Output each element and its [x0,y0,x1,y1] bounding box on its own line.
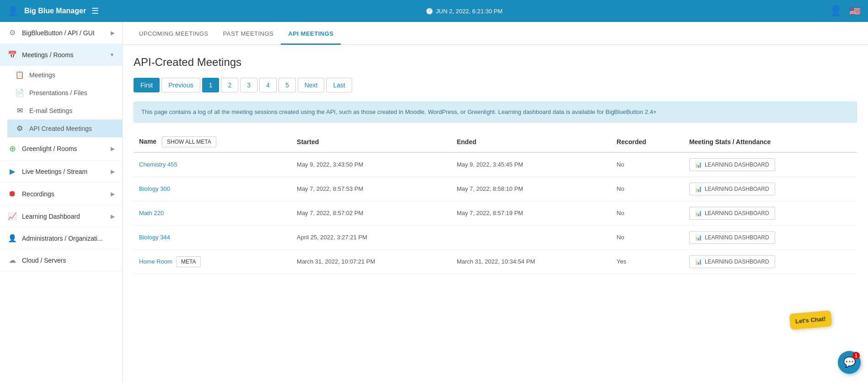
show-all-meta-button[interactable]: SHOW ALL META [162,136,216,147]
calendar-icon: 📅 [7,50,17,59]
chart-icon: 📈 [7,212,17,221]
record-icon: ⏺ [7,189,17,199]
meeting-name-link[interactable]: Math 220 [139,210,164,216]
main-layout: ⚙ BigBlueButton / API / GUI ▶ 📅 Meetings… [0,22,868,383]
cell-ended: May 7, 2022, 8:57:19 PM [451,201,611,225]
page-btn-5[interactable]: 5 [279,78,296,92]
col-header-ended: Ended [451,132,611,152]
chart-bar-icon: 📊 [695,210,702,216]
page-title: API-Created Meetings [134,56,857,69]
file-icon: 📄 [15,88,25,97]
chart-bar-icon: 📊 [695,259,702,265]
page-btn-next[interactable]: Next [298,78,325,92]
sidebar-item-email-settings[interactable]: ✉ E-mail Settings [7,102,122,119]
meeting-name-link[interactable]: Biology 300 [139,185,170,192]
top-nav-right: 👤 🇺🇸 [830,5,861,17]
cell-stats: 📊 LEARNING DASHBOARD [684,225,857,249]
sidebar-item-live-meetings[interactable]: ▶ Live Meetings / Stream ▶ [0,161,122,183]
cell-started: May 7, 2022, 8:57:53 PM [291,177,451,201]
meeting-name-link[interactable]: Home Room [139,258,172,265]
clock-icon: 🕐 [426,8,433,15]
cell-stats: 📊 LEARNING DASHBOARD [684,152,857,177]
app-brand: Big Blue Manager [24,7,86,15]
sidebar-item-presentations[interactable]: 📄 Presentations / Files [7,84,122,102]
chat-circle-button[interactable]: 💬 1 [838,351,861,374]
col-header-started: Started [291,132,451,152]
page-btn-previous[interactable]: Previous [161,78,200,92]
tab-past-meetings[interactable]: PAST MEETINGS [216,24,281,45]
chevron-right-icon: ▶ [111,146,115,152]
list-icon: 📋 [15,70,25,79]
datetime-label: JUN 2, 2022, 6:21:30 PM [436,8,503,15]
meeting-name-link[interactable]: Biology 344 [139,234,170,241]
play-icon: ▶ [7,167,17,176]
sidebar-item-meetings-rooms[interactable]: 📅 Meetings / Rooms ▼ [0,44,122,66]
tabs-bar: UPCOMING MEETINGS PAST MEETINGS API MEET… [123,22,868,45]
cell-recorded: No [611,177,684,201]
email-icon: ✉ [15,106,25,115]
cell-recorded: Yes [611,249,684,274]
sidebar-item-api-created[interactable]: ⚙ API Created Meetings [7,119,122,137]
page-content: API-Created Meetings First Previous 1 2 … [123,45,868,383]
gear-icon: ⚙ [7,28,17,37]
learning-dashboard-button[interactable]: 📊 LEARNING DASHBOARD [689,183,775,195]
cell-recorded: No [611,225,684,249]
learning-dashboard-button[interactable]: 📊 LEARNING DASHBOARD [689,158,775,171]
page-btn-4[interactable]: 4 [259,78,277,92]
sidebar-item-label: Meetings [29,71,115,79]
sidebar: ⚙ BigBlueButton / API / GUI ▶ 📅 Meetings… [0,22,123,383]
table-row: Biology 344April 25, 2022, 3:27:21 PMNo📊… [134,225,857,249]
sidebar-item-label: API Created Meetings [29,125,115,132]
cell-recorded: No [611,152,684,177]
page-btn-1[interactable]: 1 [202,78,220,92]
settings-icon: ⚙ [15,124,25,133]
cell-started: April 25, 2022, 3:27:21 PM [291,225,451,249]
sidebar-item-bigbluebutton[interactable]: ⚙ BigBlueButton / API / GUI ▶ [0,22,122,44]
pagination: First Previous 1 2 3 4 5 Next Last [134,78,857,92]
meeting-name-link[interactable]: Chemistry 455 [139,161,177,168]
flag-icon[interactable]: 🇺🇸 [849,5,861,16]
learning-dashboard-button[interactable]: 📊 LEARNING DASHBOARD [689,231,775,244]
cell-name: Math 220 [134,201,291,225]
sidebar-item-meetings[interactable]: 📋 Meetings [7,66,122,84]
sidebar-item-label: Cloud / Servers [22,257,115,264]
top-nav-datetime: 🕐 JUN 2, 2022, 6:21:30 PM [426,8,503,15]
sidebar-item-greenlight[interactable]: ⊕ Greenlight / Rooms ▶ [0,137,122,161]
cell-name: Chemistry 455 [134,152,291,177]
sidebar-item-label: Learning Dashboard [22,213,106,220]
page-btn-last[interactable]: Last [326,78,352,92]
tab-api-meetings[interactable]: API MEETINGS [281,24,341,45]
user-account-icon[interactable]: 👤 [830,5,842,17]
col-header-stats: Meeting Stats / Attendance [684,132,857,152]
cell-name: Biology 300 [134,177,291,201]
tab-upcoming-meetings[interactable]: UPCOMING MEETINGS [132,24,216,45]
sidebar-item-label: Meetings / Rooms [22,51,105,59]
meta-button[interactable]: META [176,256,201,267]
page-btn-2[interactable]: 2 [221,78,238,92]
page-btn-3[interactable]: 3 [240,78,257,92]
sidebar-item-learning-dashboard[interactable]: 📈 Learning Dashboard ▶ [0,205,122,227]
sidebar-item-administrators[interactable]: 👤 Administrators / Organizati... [0,227,122,249]
sidebar-item-label: Live Meetings / Stream [22,168,106,175]
sidebar-item-label: Presentations / Files [29,89,115,97]
sidebar-item-label: Greenlight / Rooms [22,145,106,152]
cell-stats: 📊 LEARNING DASHBOARD [684,177,857,201]
sidebar-item-label: BigBlueButton / API / GUI [22,29,106,37]
chart-bar-icon: 📊 [695,162,702,168]
info-alert: This page contains a log of all the meet… [134,102,857,123]
sidebar-item-cloud[interactable]: ☁ Cloud / Servers [0,249,122,271]
cell-started: May 9, 2022, 3:43:50 PM [291,152,451,177]
hamburger-icon[interactable]: ☰ [91,6,99,16]
top-nav: 👤 Big Blue Manager ☰ 🕐 JUN 2, 2022, 6:21… [0,0,868,22]
page-btn-first[interactable]: First [134,78,160,92]
chart-bar-icon: 📊 [695,186,702,192]
main-content: UPCOMING MEETINGS PAST MEETINGS API MEET… [123,22,868,383]
sidebar-item-recordings[interactable]: ⏺ Recordings ▶ [0,183,122,205]
learning-dashboard-button[interactable]: 📊 LEARNING DASHBOARD [689,255,775,268]
person-icon: 👤 [7,5,19,16]
cell-stats: 📊 LEARNING DASHBOARD [684,249,857,274]
cell-stats: 📊 LEARNING DASHBOARD [684,201,857,225]
table-row: Chemistry 455May 9, 2022, 3:43:50 PMMay … [134,152,857,177]
cloud-icon: ☁ [7,256,17,264]
learning-dashboard-button[interactable]: 📊 LEARNING DASHBOARD [689,207,775,220]
